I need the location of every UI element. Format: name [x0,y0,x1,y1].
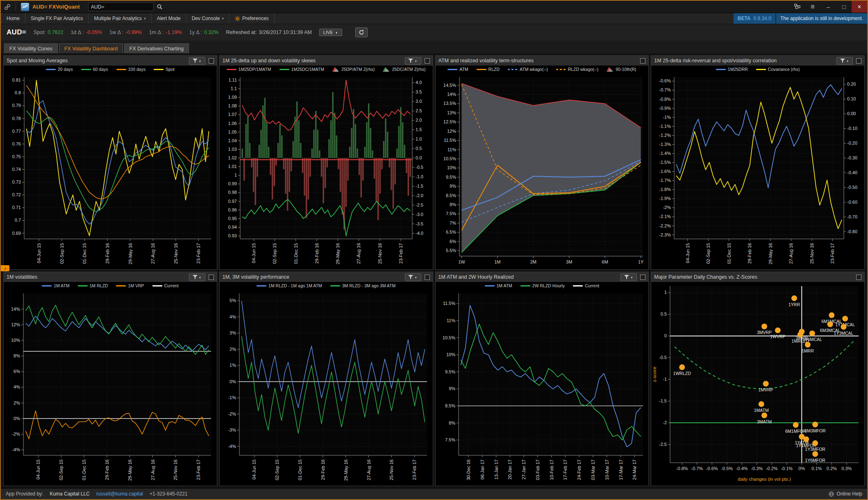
tab-fx-derivatives-charting[interactable]: FX Derivatives Charting [124,43,189,53]
svg-text:-0.2%: -0.2% [766,466,778,471]
menu-item-single-fx[interactable]: Single FX Pair Analytics [25,13,89,24]
svg-text:-1.8%: -1.8% [659,187,671,192]
chart-area-risk-reversal-correlation: -0.6%-0.7%-0.8%-0.9%-1%-1.1%-1.2%-1.3%-1… [651,73,864,269]
area-legend-icon [383,67,390,72]
svg-text:8%: 8% [14,353,20,358]
panel-checkbox[interactable] [640,58,645,64]
svg-text:-1%: -1% [663,115,671,120]
funnel-icon [624,275,629,280]
tab-fx-volatility-dashboard[interactable]: FX Volatility Dashboard [59,43,123,53]
svg-text:z-score: z-score [652,367,657,382]
svg-text:1.08: 1.08 [228,103,236,108]
svg-text:27-Aug 16: 27-Aug 16 [789,243,794,264]
live-toggle[interactable]: LIVE◐ [319,29,343,36]
title-bar: AUD= FXVolQuant ≡ – □ × [1,1,867,13]
search-icon[interactable] [157,4,164,9]
panel-title: 1M volatilities [7,274,37,280]
svg-text:11.5%: 11.5% [443,138,456,143]
menu-item-multiple-pair[interactable]: Multiple Pair Analytics▾ [89,13,151,24]
filter-button[interactable]: ◐ [836,57,853,65]
svg-text:29-Feb 16: 29-Feb 16 [105,243,110,264]
svg-text:0.7: 0.7 [15,218,21,223]
panel-checkbox[interactable] [856,58,861,64]
line-legend-icon [330,285,340,286]
link-icon[interactable] [4,4,11,10]
svg-text:0.5: 0.5 [416,146,422,151]
refresh-button[interactable] [355,27,368,37]
panel-checkbox[interactable] [209,58,214,64]
svg-text:-1.2%: -1.2% [659,133,671,138]
svg-text:04-Jun 15: 04-Jun 15 [36,243,41,263]
line-legend-icon [448,69,457,70]
svg-text:9%: 9% [450,184,456,189]
chart-area-1m-volatilities: 14%12%10%8%6%4%2%0%-2%-4%04-Jun 1502-Sep… [4,289,217,486]
symbol-label: AUD= [7,28,26,36]
panel-1m-volatilities: 1M volatilities◐1M ATM1M RLZD1M VRPCurre… [3,272,217,486]
svg-text:1%: 1% [229,363,236,368]
beta-badge: BETA0.9.34.0 [734,13,775,24]
svg-text:01-Dec 15: 01-Dec 15 [82,459,86,480]
panel-header: Major Parameter Daily Changes vs. Z-Scor… [651,272,864,282]
contrast-icon: ◐ [199,59,202,63]
footer-bar: App Provided by: Kuma Capital LLC russel… [1,488,867,499]
filter-button[interactable]: ◐ [189,273,205,281]
svg-text:4%: 4% [229,314,236,319]
tab-fx-volatility-cones[interactable]: FX Volatility Cones [4,43,58,53]
maximize-button[interactable]: □ [836,1,852,13]
close-button[interactable]: × [852,1,867,13]
search-input[interactable] [89,4,157,10]
online-help-link[interactable]: Online Help [836,491,862,497]
svg-text:10%: 10% [447,165,456,170]
svg-text:0.95: 0.95 [228,216,236,221]
panel-checkbox[interactable] [425,58,430,64]
panel-checkbox[interactable] [640,275,645,280]
svg-text:-0.7%: -0.7% [659,87,671,92]
svg-text:27-Aug 16: 27-Aug 16 [366,459,371,480]
legend-item: Current [573,283,599,288]
panel-checkbox[interactable] [425,275,430,280]
legend-item: 1M ATM [485,283,512,288]
filter-button[interactable]: ◐ [620,273,637,281]
menu-item-preferences[interactable]: Preferences [229,13,275,24]
legend-item: 1M25DP/1MATM [227,67,271,72]
svg-text:8%: 8% [450,202,456,207]
panel-checkbox[interactable] [856,275,861,280]
svg-text:29-Feb 16: 29-Feb 16 [314,243,319,264]
filter-button[interactable]: ◐ [405,57,421,65]
filter-button[interactable]: ◐ [405,273,421,281]
svg-text:04-Jun 15: 04-Jun 15 [252,459,257,480]
menu-bar: Home Single FX Pair Analytics Multiple P… [1,13,867,24]
panel-legend: 1M25DRRCovariance (rhs) [651,66,864,73]
svg-text:29-May 16: 29-May 16 [768,243,773,264]
svg-text:-0.5: -0.5 [659,355,667,360]
svg-text:1.5: 1.5 [416,127,422,132]
svg-text:-1.6%: -1.6% [659,169,671,174]
legend-item: 60 days [81,67,108,72]
minimize-button[interactable]: – [820,1,836,13]
svg-text:10.5%: 10.5% [443,156,456,161]
layout-icon[interactable] [789,1,805,13]
menu-icon[interactable]: ≡ [805,1,820,13]
svg-text:0.1%: 0.1% [811,466,822,471]
line-legend-icon [154,69,164,70]
panel-checkbox[interactable] [209,275,214,280]
contact-email-link[interactable]: russell@kuma.capital [96,491,143,497]
svg-text:-4%: -4% [12,447,20,452]
side-panel-handle[interactable]: › [1,265,9,271]
svg-text:0.98: 0.98 [228,190,236,195]
chart-area-skews: 1.111.11.091.081.071.061.051.041.031.021… [220,73,433,269]
svg-text:04-Jun 15: 04-Jun 15 [36,459,41,480]
svg-text:7.5%: 7.5% [445,437,455,442]
svg-text:0.20: 0.20 [847,82,856,86]
company-name: Kuma Capital LLC [50,491,89,497]
menu-item-alert-mode[interactable]: Alert Mode [152,13,186,24]
svg-text:-1.3%: -1.3% [659,142,671,147]
svg-text:0.3%: 0.3% [842,466,852,471]
svg-text:0.77: 0.77 [12,129,21,134]
filter-button[interactable]: ◐ [189,57,205,65]
svg-text:1W: 1W [458,259,465,264]
symbol-search[interactable] [88,2,154,11]
menu-item-dev-console[interactable]: Dev Console▾ [186,13,229,24]
menu-item-home[interactable]: Home [1,13,25,24]
dashboard-grid: Spot and Moving Averages◐20 days60 days1… [1,53,867,488]
